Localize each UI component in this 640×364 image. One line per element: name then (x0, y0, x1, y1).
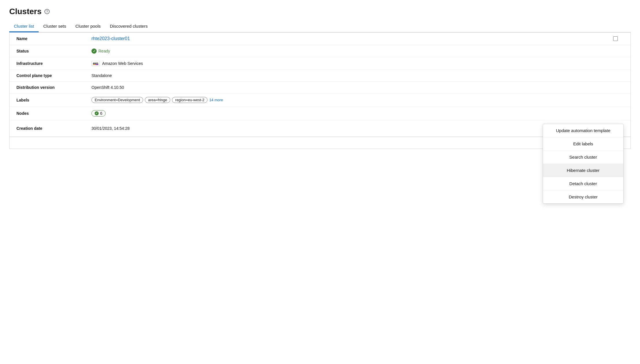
content-area: Name rhte2023-cluster01 Status (9, 32, 631, 149)
aws-badge: aws (91, 61, 100, 66)
infrastructure-cell: aws Amazon Web Services (85, 57, 606, 70)
page-title-row: Clusters ? (9, 7, 631, 16)
dropdown-item-destroy-cluster[interactable]: Destroy cluster (543, 190, 623, 203)
checkbox-cell (606, 33, 630, 45)
table-row-status: Status Ready (10, 45, 630, 57)
tab-cluster-list[interactable]: Cluster list (9, 21, 39, 32)
dropdown-item-edit-labels[interactable]: Edit labels (543, 137, 623, 151)
cluster-table: Name rhte2023-cluster01 Status (10, 33, 630, 137)
table-row-distribution: Distribution version OpenShift 4.10.50 (10, 82, 630, 93)
pagination-row: 1 - 2 of 2 ▼ (10, 137, 630, 149)
cluster-card: Name rhte2023-cluster01 Status (9, 32, 631, 149)
status-row: Ready (91, 48, 599, 54)
field-label-distribution: Distribution version (10, 82, 85, 93)
nodes-cell: 6 (85, 107, 606, 120)
label-badge-1: area=fringe (145, 97, 170, 103)
nodes-action-cell (606, 107, 630, 120)
tab-cluster-sets[interactable]: Cluster sets (39, 21, 71, 32)
status-text: Ready (98, 49, 110, 53)
field-label-nodes: Nodes (10, 107, 85, 120)
table-row-name: Name rhte2023-cluster01 (10, 33, 630, 45)
cluster-name-cell: rhte2023-cluster01 (85, 33, 606, 45)
distribution-cell: OpenShift 4.10.50 (85, 82, 606, 93)
labels-action-cell (606, 93, 630, 107)
label-badge-2: region=eu-west-2 (172, 97, 207, 103)
infra-action-cell (606, 57, 630, 70)
tab-cluster-pools[interactable]: Cluster pools (71, 21, 105, 32)
page-wrapper: Clusters ? Cluster list Cluster sets Clu… (0, 0, 640, 364)
labels-cell: Environment=Development area=fringe regi… (85, 93, 606, 107)
status-action-cell (606, 45, 630, 57)
infra-row: aws Amazon Web Services (91, 61, 599, 66)
field-label-control-plane: Control plane type (10, 70, 85, 82)
table-row-infrastructure: Infrastructure aws Amazon Web Services (10, 57, 630, 70)
nodes-check-icon (95, 111, 99, 115)
labels-row: Environment=Development area=fringe regi… (91, 97, 599, 103)
page-title: Clusters (9, 7, 42, 16)
creation-date-cell: 30/01/2023, 14:54:28 (85, 120, 606, 137)
labels-more-link[interactable]: 14 more (209, 98, 223, 102)
dropdown-menu: Update automation template Edit labels S… (543, 124, 624, 204)
table-row-labels: Labels Environment=Development area=frin… (10, 93, 630, 107)
status-icon-green (91, 48, 97, 54)
tab-discovered-clusters[interactable]: Discovered clusters (105, 21, 152, 32)
table-row-control-plane: Control plane type Standalone (10, 70, 630, 82)
tabs-row: Cluster list Cluster sets Cluster pools … (9, 21, 631, 32)
table-row-creation-date: Creation date 30/01/2023, 14:54:28 ⋮ Upd… (10, 120, 630, 137)
cluster-name-link[interactable]: rhte2023-cluster01 (91, 36, 130, 41)
field-label-labels: Labels (10, 93, 85, 107)
field-label-infrastructure: Infrastructure (10, 57, 85, 70)
kebab-cell: ⋮ Update automation template Edit labels (606, 120, 630, 137)
control-plane-cell: Standalone (85, 70, 606, 82)
status-cell: Ready (85, 45, 606, 57)
control-plane-action-cell (606, 70, 630, 82)
field-label-creation-date: Creation date (10, 120, 85, 137)
field-label-name: Name (10, 33, 85, 45)
nodes-count: 6 (100, 111, 102, 116)
dropdown-item-hibernate-cluster[interactable]: Hibernate cluster (543, 164, 623, 177)
help-icon[interactable]: ? (44, 9, 50, 14)
dropdown-item-detach-cluster[interactable]: Detach cluster (543, 177, 623, 190)
field-label-status: Status (10, 45, 85, 57)
infrastructure-text: Amazon Web Services (102, 61, 143, 66)
row-checkbox[interactable] (613, 36, 618, 41)
dropdown-item-update-automation[interactable]: Update automation template (543, 124, 623, 137)
dropdown-item-search-cluster[interactable]: Search cluster (543, 151, 623, 164)
distribution-action-cell (606, 82, 630, 93)
table-row-nodes: Nodes 6 (10, 107, 630, 120)
label-badge-0: Environment=Development (91, 97, 143, 103)
nodes-badge: 6 (91, 110, 106, 117)
kebab-dropdown-container: ⋮ Update automation template Edit labels (613, 124, 624, 133)
